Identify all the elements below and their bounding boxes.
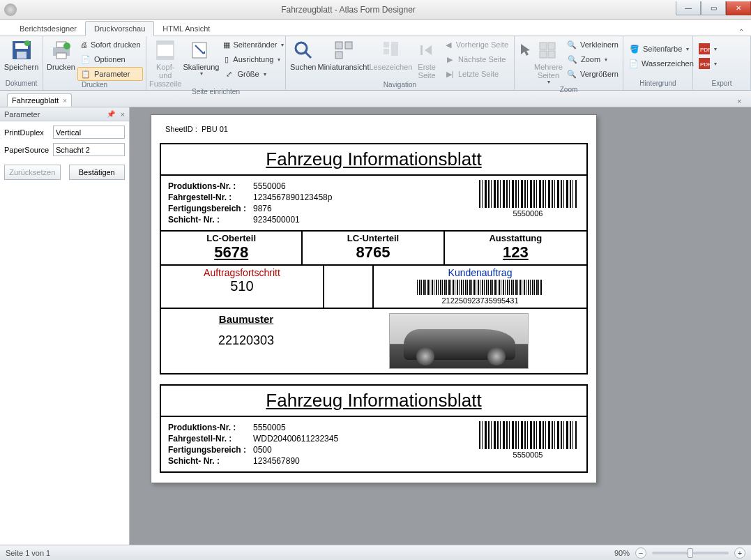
maximize-button[interactable]: ▭	[701, 1, 726, 15]
pointer-icon	[514, 39, 536, 61]
verkleinern-button[interactable]: 🔍Verkleinern	[564, 38, 621, 52]
seitenfarbe-button[interactable]: 🪣Seitenfarbe▾	[626, 42, 693, 56]
titlebar: Fahrzeugblatt - Atlas Form Designer — ▭ …	[0, 0, 751, 20]
mehrere-seiten-button[interactable]: Mehrere Seiten▾	[534, 38, 563, 86]
zoom-button[interactable]: 🔍Zoom▾	[564, 52, 621, 66]
pdf-icon: PDF	[699, 43, 710, 54]
scale-icon	[190, 39, 212, 61]
svg-rect-25	[548, 43, 555, 50]
pagecolor-icon: 🪣	[629, 43, 640, 54]
parameter-button[interactable]: 📋Parameter	[77, 67, 143, 81]
tab-berichtsdesigner[interactable]: Berichtsdesigner	[11, 22, 85, 36]
pin-icon[interactable]: 📌	[107, 110, 115, 118]
first-page-icon	[416, 39, 438, 61]
zoom-thumb[interactable]	[688, 548, 693, 558]
kopf-fusszeile-button[interactable]: Kopf- undFusszeile	[149, 38, 181, 88]
minimize-button[interactable]: —	[676, 1, 701, 15]
quickprint-icon: 🖨	[80, 39, 88, 50]
close-tab-icon[interactable]: ×	[63, 97, 67, 105]
papersource-input[interactable]	[53, 143, 125, 156]
svg-rect-20	[391, 42, 398, 56]
window-title: Fahrzeugblatt - Atlas Form Designer	[21, 5, 676, 15]
chevron-down-icon: ▾	[200, 71, 203, 77]
submit-button[interactable]: Bestätigen	[69, 165, 126, 180]
vorherige-seite-button[interactable]: ◀Vorherige Seite	[441, 38, 511, 52]
group-label: Navigation	[289, 81, 511, 90]
letzte-seite-button[interactable]: ▶|Letzte Seite	[441, 67, 511, 81]
zoom-in-button[interactable]: +	[734, 547, 745, 559]
svg-rect-6	[56, 53, 66, 59]
group-drucken: Drucken 🖨Sofort drucken 📄Optionen 📋Param…	[43, 36, 146, 90]
mail-pdf-icon: PDF	[699, 58, 710, 69]
ribbon-tabs: Berichtsdesigner Druckvorschau HTML Ansi…	[0, 20, 751, 36]
svg-point-7	[63, 43, 70, 50]
wasserzeichen-button[interactable]: 📄Wasserzeichen	[626, 56, 693, 70]
vergroessern-button[interactable]: 🔍Vergrößern	[564, 67, 621, 81]
naechste-seite-button[interactable]: ▶Nächste Seite	[441, 52, 511, 66]
erste-seite-button[interactable]: Erste Seite	[414, 38, 440, 80]
chevron-down-icon: ▾	[605, 56, 607, 63]
ribbon-collapse-icon[interactable]: ⌃	[738, 28, 744, 36]
zoomin-icon: 🔍	[567, 68, 577, 80]
save-label: Speichern	[4, 63, 39, 71]
save-button[interactable]: Speichern	[3, 38, 40, 71]
print-label: Drucken	[47, 63, 75, 71]
export-mail-button[interactable]: PDF▾	[696, 56, 720, 70]
last-page-icon: ▶|	[444, 68, 455, 80]
reset-button[interactable]: Zurücksetzen	[4, 165, 61, 180]
chevron-down-icon: ▾	[714, 46, 717, 52]
export-pdf-button[interactable]: PDF▾	[696, 42, 720, 56]
group-label: Dokument	[3, 80, 40, 90]
vehicle-form-1: Fahrzeug Informationsblatt Produktions-N…	[160, 143, 588, 374]
suchen-button[interactable]: Suchen	[289, 38, 318, 71]
form-title: Fahrzeug Informationsblatt	[161, 386, 586, 417]
search-icon	[292, 39, 314, 61]
group-hintergrund: 🪣Seitenfarbe▾ 📄Wasserzeichen Hintergrund	[623, 36, 693, 90]
group-dokument: Speichern Dokument	[0, 36, 43, 90]
header-footer-icon	[154, 39, 176, 61]
chevron-down-icon: ▾	[264, 71, 266, 77]
group-seite-einrichten: Kopf- undFusszeile Skalierung▾ ▦Seitenrä…	[146, 36, 286, 90]
close-panel-icon[interactable]: ×	[121, 110, 125, 119]
print-button[interactable]: Drucken	[46, 38, 76, 71]
optionen-button[interactable]: 📄Optionen	[77, 52, 143, 66]
tab-druckvorschau[interactable]: Druckvorschau	[85, 21, 154, 36]
tab-html-ansicht[interactable]: HTML Ansicht	[154, 22, 218, 36]
barcode	[479, 421, 577, 449]
svg-rect-27	[548, 51, 555, 58]
svg-rect-26	[540, 51, 547, 58]
groesse-button[interactable]: ⤢Größe▾	[220, 67, 283, 81]
svg-text:PDF: PDF	[700, 61, 710, 68]
lesezeichen-button[interactable]: Lesezeichen	[370, 38, 413, 71]
zoom-out-button[interactable]: −	[635, 547, 646, 559]
svg-rect-18	[384, 42, 389, 47]
chevron-down-icon: ▾	[278, 56, 280, 63]
sheetid-label: SheetID :	[165, 125, 197, 133]
closer-x-icon[interactable]: ×	[737, 97, 747, 107]
zoom-icon: 🔍	[567, 54, 578, 65]
seitenraender-button[interactable]: ▦Seitenränder▾	[220, 38, 283, 52]
zoom-slider[interactable]	[652, 552, 729, 554]
skalierung-button[interactable]: Skalierung▾	[183, 38, 219, 77]
prev-page-icon: ◀	[444, 39, 453, 50]
svg-rect-24	[540, 43, 547, 50]
group-label: Seite einrichten	[149, 88, 282, 96]
svg-point-13	[296, 43, 307, 54]
document-tab[interactable]: Fahrzeugblatt ×	[7, 93, 72, 107]
group-zoom: Mehrere Seiten▾ 🔍Verkleinern 🔍Zoom▾ 🔍Ver…	[515, 36, 623, 90]
pointer-button[interactable]	[517, 38, 533, 63]
preview-area[interactable]: SheetID : PBU 01 Fahrzeug Informationsbl…	[130, 107, 751, 545]
svg-rect-15	[335, 42, 342, 49]
page-info: Seite 1 von 1	[6, 549, 50, 557]
multipage-icon	[537, 39, 559, 61]
barcode	[479, 180, 577, 208]
chevron-down-icon: ▾	[714, 61, 717, 67]
printduplex-input[interactable]	[53, 126, 125, 139]
svg-line-14	[305, 52, 311, 58]
close-button[interactable]: ✕	[726, 1, 751, 15]
svg-rect-9	[157, 41, 174, 45]
sofort-drucken-button[interactable]: 🖨Sofort drucken	[77, 38, 143, 52]
miniaturansicht-button[interactable]: Miniaturansicht	[319, 38, 368, 71]
printduplex-label: PrintDuplex	[4, 128, 53, 137]
ausrichtung-button[interactable]: ▯Ausrichtung▾	[220, 52, 283, 66]
